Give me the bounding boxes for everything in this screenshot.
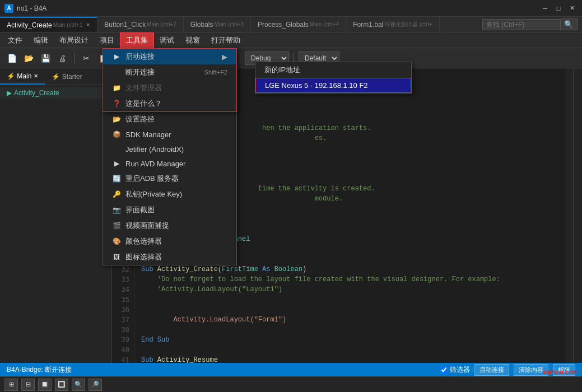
menu-item-sdk-manager[interactable]: 📦 SDK Manager (103, 127, 236, 142)
top-tab-bar: Activity_Create Main (ctrl+1 ✕ Button1_C… (0, 17, 582, 32)
right-panel (573, 68, 582, 363)
b4a-bridge-submenu: ▶ 启动连接 ▶ 断开连接 Shift+F2 📁 文件管理器 ❓ 这是什么？ (103, 48, 237, 112)
bottom-btn-2[interactable]: ⊟ (21, 379, 35, 391)
bottom-btn-4[interactable]: 🔳 (55, 379, 68, 391)
left-tab-close[interactable]: ✕ (34, 73, 38, 79)
avd-manager-icon: ▶ (112, 159, 121, 168)
toolbar-sep-1 (74, 53, 75, 64)
disconnect-icon (112, 68, 121, 77)
menu-item-icon-picker[interactable]: 🖼 图标选择器 (103, 249, 236, 265)
left-panel-content: ▶ Activity_Create (0, 85, 111, 363)
search-input[interactable] (482, 19, 561, 30)
menu-debug[interactable]: 调试 (154, 33, 180, 48)
filter-checkbox[interactable] (440, 366, 448, 374)
menu-item-color-picker[interactable]: 🎨 颜色选择器 (103, 234, 236, 249)
search-box-top: 🔍 (478, 17, 582, 32)
video-capture-icon: 🎬 (112, 221, 121, 230)
screenshot-icon: 📷 (112, 206, 121, 214)
icon-picker-icon: 🖼 (112, 253, 121, 262)
title-bar: A no1 - B4A ─ □ ✕ (0, 0, 582, 17)
toolbar-save[interactable]: 💾 (38, 51, 53, 66)
status-bar: B4A-Bridge: 断开连接 筛选器 启动连接 清除内容 权限 (0, 363, 582, 376)
close-button[interactable]: ✕ (566, 3, 578, 14)
jetifier-icon (112, 144, 121, 153)
filter-checkbox-label[interactable]: 筛选器 (440, 365, 470, 375)
menu-item-jetifier[interactable]: Jetifier (AndroidX) (103, 142, 236, 156)
title-bar-controls: ─ □ ✕ (539, 3, 578, 14)
tab-close-icon[interactable]: ✕ (86, 22, 90, 28)
menu-edit[interactable]: 编辑 (28, 33, 54, 48)
maximize-button[interactable]: □ (553, 3, 564, 14)
start-conn-status-btn[interactable]: 启动连接 (474, 364, 509, 376)
left-panel-tabs: ⚡ Main ✕ ⚡ Starter (0, 68, 111, 85)
color-picker-icon: 🎨 (112, 237, 121, 246)
left-tab-main[interactable]: ⚡ Main ✕ (0, 68, 45, 85)
sdk-manager-icon: 📦 (112, 130, 121, 139)
lge-nexus-item[interactable]: LGE Nexus 5 - 192.168.1.10 F2 (255, 78, 411, 93)
menu-item-set-path[interactable]: 📂 设置路径 (103, 111, 236, 127)
tab-globals[interactable]: Globals Main (ctrl+3 (184, 17, 251, 32)
set-path-icon: 📂 (112, 115, 121, 124)
bottom-btn-3[interactable]: 🔲 (38, 379, 52, 391)
toolbar-print[interactable]: 🖨 (55, 51, 69, 66)
file-manager-icon: 📁 (112, 83, 121, 92)
b4a-bridge-start-conn[interactable]: ▶ 启动连接 ▶ (103, 49, 236, 64)
toolbar-sep-3 (240, 53, 240, 64)
menu-layout[interactable]: 布局设计 (54, 33, 94, 48)
search-button[interactable]: 🔍 (561, 18, 578, 30)
menu-item-private-key[interactable]: 🔑 私钥(Private Key) (103, 186, 236, 202)
b4a-bridge-what-is[interactable]: ❓ 这是什么？ (103, 96, 236, 111)
tab-form1-bal[interactable]: Form1.bal 可视化设计器 (ctrl+ (346, 17, 439, 32)
new-ip-address[interactable]: 新的IP地址 (255, 62, 411, 78)
start-conn-submenu: 新的IP地址 LGE Nexus 5 - 192.168.1.10 F2 (255, 62, 412, 94)
watermark: wgbcw.com (543, 368, 578, 375)
menu-view[interactable]: 视窗 (180, 33, 206, 48)
tree-item-activity-create[interactable]: ▶ Activity_Create (0, 87, 111, 99)
b4a-bridge-file-manager[interactable]: 📁 文件管理器 (103, 80, 236, 96)
menu-item-restart-adb[interactable]: 🔄 重启ADB 服务器 (103, 171, 236, 186)
bottom-toolbar: ⊞ ⊟ 🔲 🔳 🔍 🔎 (0, 376, 582, 392)
menu-project[interactable]: 项目 (94, 33, 120, 48)
private-key-icon: 🔑 (112, 190, 121, 199)
what-is-icon: ❓ (112, 99, 121, 108)
bottom-btn-1[interactable]: ⊞ (4, 379, 18, 391)
minimize-button[interactable]: ─ (539, 3, 551, 14)
b4a-bridge-disconnect[interactable]: 断开连接 Shift+F2 (103, 64, 236, 80)
start-conn-arrow: ▶ (222, 53, 227, 61)
bottom-btn-5[interactable]: 🔍 (72, 379, 85, 391)
restart-adb-icon: 🔄 (112, 174, 121, 183)
status-text: B4A-Bridge: 断开连接 (7, 365, 72, 375)
tab-activity-create[interactable]: Activity_Create Main (ctrl+1 ✕ (0, 17, 97, 32)
menu-tools[interactable]: 工具集 (120, 32, 154, 48)
tree-arrow-icon: ▶ (7, 89, 12, 97)
toolbar-cut[interactable]: ✂ (79, 51, 94, 66)
menu-help[interactable]: 打开帮助 (206, 33, 246, 48)
toolbar-open[interactable]: 📂 (21, 51, 36, 66)
left-panel: ⚡ Main ✕ ⚡ Starter ▶ Activity_Create (0, 68, 112, 363)
left-tab-starter[interactable]: ⚡ Starter (45, 68, 89, 85)
bottom-btn-6[interactable]: 🔎 (89, 379, 102, 391)
menu-item-screenshot[interactable]: 📷 界面截图 (103, 202, 236, 218)
main-area: ⚡ Main ✕ ⚡ Starter ▶ Activity_Create 1 1… (0, 68, 582, 363)
menu-item-avd-manager[interactable]: ▶ Run AVD Manager (103, 156, 236, 171)
tab-button1-click[interactable]: Button1_Click Main (ctrl+2 (97, 17, 184, 32)
title-bar-text: no1 - B4A (17, 4, 539, 12)
toolbar-new[interactable]: 📄 (4, 51, 19, 66)
app-icon: A (4, 4, 13, 13)
editor-scrollbar[interactable] (565, 68, 573, 363)
menu-item-video-capture[interactable]: 🎬 视频画面捕捉 (103, 218, 236, 234)
tab-process-globals[interactable]: Process_Globals Main (ctrl+4 (251, 17, 346, 32)
menu-file[interactable]: 文件 (2, 33, 28, 48)
start-conn-icon: ▶ (112, 52, 121, 61)
menu-bar: 文件 编辑 布局设计 项目 工具集 调试 视窗 打开帮助 (0, 32, 582, 48)
